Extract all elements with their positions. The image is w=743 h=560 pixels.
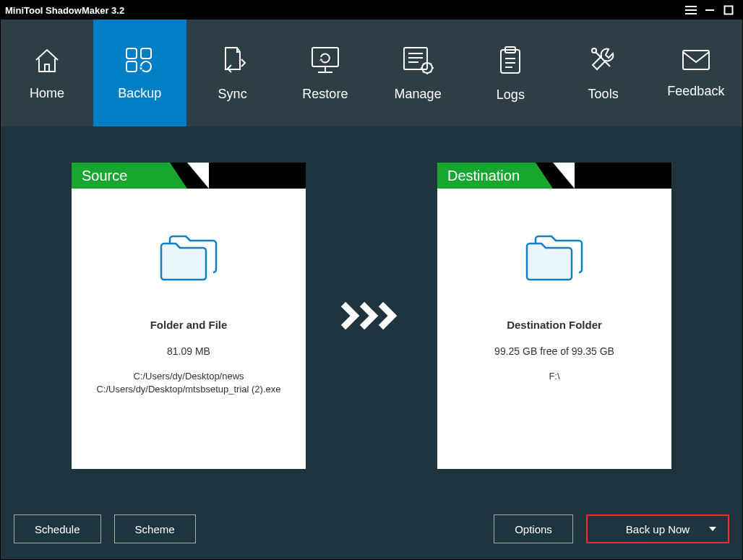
source-path-2: C:/Users/dy/Desktop/mtsbsetup_trial (2).… <box>96 383 280 396</box>
destination-panel[interactable]: Destination Destination Folder 99.25 GB … <box>437 163 671 469</box>
destination-header: Destination <box>437 163 671 189</box>
maximize-icon[interactable] <box>719 1 738 20</box>
arrow-icon <box>340 301 403 330</box>
svg-rect-6 <box>141 48 151 59</box>
caret-down-icon <box>709 527 716 531</box>
source-path-1: C:/Users/dy/Desktop/news <box>96 370 280 383</box>
nav-backup[interactable]: Backup <box>93 20 186 126</box>
nav-label: Tools <box>588 87 619 102</box>
bottom-bar: Schedule Scheme Options Back up Now <box>1 499 742 559</box>
destination-header-label: Destination <box>437 163 553 189</box>
nav-label: Manage <box>395 87 442 102</box>
folder-icon <box>155 229 222 287</box>
nav-manage[interactable]: Manage <box>372 20 464 126</box>
options-button[interactable]: Options <box>494 514 573 543</box>
nav-home[interactable]: Home <box>1 20 93 126</box>
nav-sync[interactable]: Sync <box>186 20 279 126</box>
source-panel[interactable]: Source Folder and File 81.09 MB C:/Users… <box>72 163 306 469</box>
backup-now-button[interactable]: Back up Now <box>586 514 729 543</box>
svg-rect-7 <box>126 61 137 72</box>
nav-label: Home <box>30 86 64 101</box>
menu-icon[interactable] <box>682 1 700 20</box>
destination-path: F:\ <box>549 370 559 383</box>
source-title: Folder and File <box>150 319 228 331</box>
svg-rect-23 <box>683 51 709 69</box>
nav-label: Backup <box>118 86 161 101</box>
minimize-icon[interactable] <box>700 1 719 20</box>
destination-title: Destination Folder <box>507 319 602 331</box>
nav-tools[interactable]: Tools <box>557 20 650 126</box>
svg-point-22 <box>592 48 596 53</box>
nav-label: Restore <box>302 87 348 102</box>
content-area: Source Folder and File 81.09 MB C:/Users… <box>1 126 742 499</box>
nav-label: Logs <box>497 87 525 103</box>
nav-logs[interactable]: Logs <box>464 20 557 126</box>
source-paths: C:/Users/dy/Desktop/news C:/Users/dy/Des… <box>96 370 280 395</box>
destination-free: 99.25 GB free of 99.35 GB <box>494 345 614 357</box>
source-size: 81.09 MB <box>167 345 210 357</box>
nav-feedback[interactable]: Feedback <box>650 20 742 126</box>
titlebar: MiniTool ShadowMaker 3.2 <box>1 1 742 20</box>
nav-restore[interactable]: Restore <box>279 20 372 126</box>
navbar: Home Backup Sync Restore Manage Logs Too… <box>1 20 742 126</box>
folder-icon <box>521 229 588 287</box>
nav-label: Feedback <box>667 84 724 99</box>
app-title: MiniTool ShadowMaker 3.2 <box>5 5 124 16</box>
svg-rect-4 <box>725 7 733 14</box>
schedule-button[interactable]: Schedule <box>14 514 101 543</box>
svg-rect-5 <box>126 48 137 59</box>
scheme-button[interactable]: Scheme <box>114 514 196 543</box>
svg-rect-8 <box>312 48 338 66</box>
app-window: MiniTool ShadowMaker 3.2 Home Backup Syn… <box>0 0 743 560</box>
nav-label: Sync <box>218 87 247 102</box>
source-header-label: Source <box>72 163 187 189</box>
source-header: Source <box>72 163 306 189</box>
